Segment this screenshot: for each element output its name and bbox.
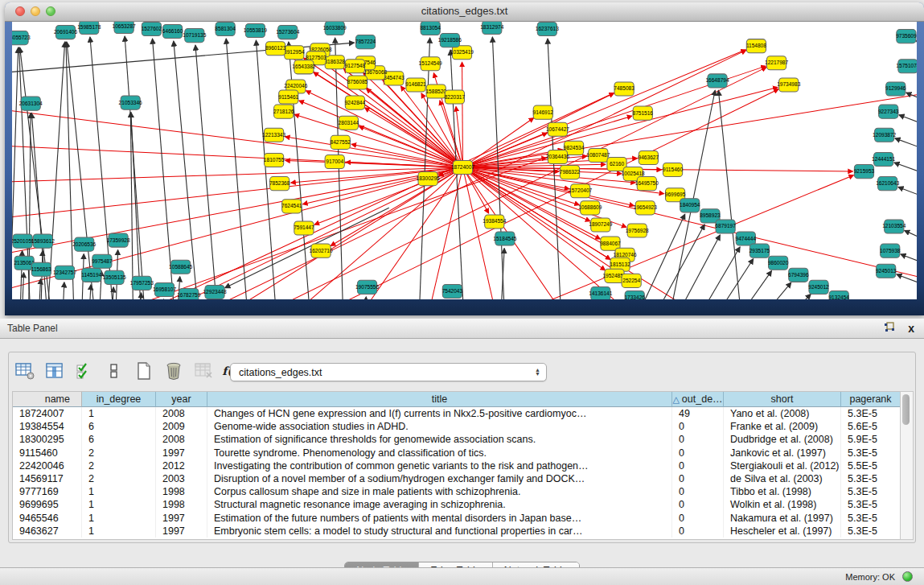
column-header-in-degree[interactable]: in_degree	[82, 392, 156, 407]
graph-node[interactable]: 1810755	[264, 153, 285, 167]
graph-node[interactable]: 7857224	[355, 35, 376, 49]
graph-node[interactable]: 9146912	[533, 105, 554, 119]
graph-node[interactable]: 20691406	[54, 26, 77, 39]
graph-node[interactable]: 9245012	[808, 280, 829, 294]
graph-node[interactable]: 13505135	[102, 270, 125, 284]
close-panel-icon[interactable]: x	[908, 323, 914, 334]
graph-node[interactable]: 1156863	[31, 262, 51, 276]
column-header-out-degree[interactable]: △out_de…	[672, 392, 724, 407]
graph-node[interactable]: 16495750	[635, 177, 659, 191]
zoom-window-button[interactable]	[46, 6, 55, 16]
graph-node[interactable]: 9115461	[278, 90, 298, 104]
graph-node[interactable]: 9227343	[878, 105, 899, 118]
graph-node[interactable]: 1075938	[880, 244, 901, 257]
graph-node[interactable]: 18907249	[589, 218, 612, 232]
graph-node[interactable]: 15893612	[31, 234, 55, 248]
graph-node[interactable]: 12923448	[203, 285, 226, 299]
graph-node[interactable]: 20631304	[19, 97, 43, 110]
column-header-short[interactable]: short	[724, 392, 841, 407]
graph-node[interactable]: 7986322	[560, 166, 581, 179]
table-mode-button[interactable]	[14, 360, 36, 382]
graph-node[interactable]: 16033809	[323, 22, 347, 35]
graph-node[interactable]: 7624541	[281, 200, 302, 213]
graph-node[interactable]: 16958107	[153, 282, 176, 296]
graph-node[interactable]: 7485083	[614, 82, 634, 96]
graph-node[interactable]: 9132454	[828, 290, 849, 299]
graph-node[interactable]: 8220317	[445, 90, 466, 104]
graph-node[interactable]: 17359928	[107, 233, 130, 247]
graph-node[interactable]: 9463627	[639, 150, 659, 164]
close-window-button[interactable]	[15, 6, 25, 16]
graph-node[interactable]: 9735609	[896, 30, 917, 43]
graph-node[interactable]: 7852368	[269, 177, 290, 191]
graph-node[interactable]: 15985178	[77, 22, 101, 35]
graph-node[interactable]: 10807487	[586, 148, 610, 162]
graph-node[interactable]: 1840954	[680, 199, 700, 212]
new-column-button[interactable]	[133, 360, 155, 382]
graph-node[interactable]: 8960123	[265, 42, 286, 56]
graph-node[interactable]: 18300295	[417, 172, 440, 186]
graph-node[interactable]: 9245013	[876, 264, 897, 278]
graph-node[interactable]: 16648794	[705, 74, 729, 88]
graph-node[interactable]: 12093872	[873, 128, 896, 142]
graph-node[interactable]: 9215953	[854, 165, 875, 179]
delete-column-button[interactable]	[162, 360, 185, 382]
table-row[interactable]: 1872400712008Changes of HCN gene express…	[13, 407, 901, 420]
network-canvas[interactable]: 1872400710325419151245498454743236760689…	[12, 22, 917, 299]
graph-node[interactable]: 8813054	[420, 22, 441, 35]
table-row[interactable]: 946554611997Estimation of the future num…	[13, 512, 901, 525]
table-selector-dropdown[interactable]: citations_edges.txt ▲▼	[230, 363, 547, 381]
graph-node[interactable]: 14136141	[589, 286, 612, 299]
memory-ok-indicator[interactable]	[902, 571, 913, 582]
graph-node[interactable]: 8912954	[284, 46, 305, 60]
graph-node[interactable]: 10719135	[183, 29, 206, 43]
graph-node[interactable]: 16202710	[310, 244, 333, 257]
graph-node[interactable]: 20206536	[72, 237, 96, 251]
graph-node[interactable]: 10653287	[113, 22, 136, 34]
graph-node[interactable]: 16782759	[177, 288, 200, 299]
graph-node[interactable]: 15184545	[493, 232, 516, 245]
graph-node[interactable]: 6879197	[715, 220, 736, 233]
graph-node[interactable]: 252254	[622, 274, 641, 287]
graph-node[interactable]: 15720407	[569, 184, 592, 198]
column-header-pagerank[interactable]: pagerank	[841, 392, 901, 407]
graph-node[interactable]: 2935175	[749, 244, 770, 257]
graph-node[interactable]: 1527602	[142, 23, 162, 36]
graph-node[interactable]: 10553819	[244, 24, 267, 38]
column-header-name[interactable]: name	[13, 392, 82, 407]
graph-node[interactable]: 1588520	[425, 84, 446, 98]
graph-node[interactable]: 8581304	[215, 23, 236, 36]
graph-node[interactable]: 10588645	[169, 260, 192, 274]
table-row[interactable]: 1830029562008Estimation of significance …	[13, 433, 901, 446]
graph-node[interactable]: 24055723	[12, 31, 31, 45]
table-row[interactable]: 969969511998Structural magnetic resonanc…	[13, 498, 901, 511]
graph-node[interactable]: 16237613	[536, 23, 559, 36]
graph-node[interactable]: 19075556	[355, 280, 379, 294]
graph-node[interactable]: 15124549	[419, 57, 442, 71]
graph-node[interactable]: 8756085	[347, 76, 368, 89]
graph-node[interactable]: 15751074	[896, 60, 917, 73]
window-titlebar[interactable]: citations_edges.txt	[5, 2, 924, 22]
graph-node[interactable]: 2718126	[273, 105, 294, 118]
table-row[interactable]: 2242004622012Investigating the contribut…	[13, 459, 901, 472]
graph-node[interactable]: 19756928	[626, 224, 649, 237]
float-panel-icon[interactable]	[884, 321, 895, 336]
graph-node[interactable]: 6794396	[788, 268, 809, 282]
table-vertical-scrollbar[interactable]	[900, 391, 914, 540]
graph-node[interactable]: 10688609	[578, 201, 602, 215]
graph-node[interactable]: 12342757	[53, 266, 76, 279]
graph-node[interactable]: 16210643	[876, 177, 899, 191]
table-row[interactable]: 1456911722003Disruption of a novel membe…	[13, 472, 901, 485]
scrollbar-thumb[interactable]	[902, 394, 910, 425]
column-header-year[interactable]: year	[156, 392, 207, 407]
graph-node[interactable]: 19654923	[634, 201, 657, 215]
graph-node[interactable]: 9242844	[345, 96, 366, 109]
graph-node[interactable]: 7542043	[442, 284, 463, 298]
graph-node[interactable]: 12217987	[765, 56, 788, 70]
table-row[interactable]: 911546021997Tourette syndrome. Phenomeno…	[13, 447, 901, 459]
graph-node[interactable]: 1154808	[746, 39, 766, 53]
graph-node[interactable]: 8751516	[633, 106, 654, 120]
graph-node[interactable]: 12444151	[872, 152, 895, 166]
graph-node[interactable]: 15273604	[276, 26, 299, 39]
graph-node[interactable]: 1733426	[624, 290, 645, 299]
